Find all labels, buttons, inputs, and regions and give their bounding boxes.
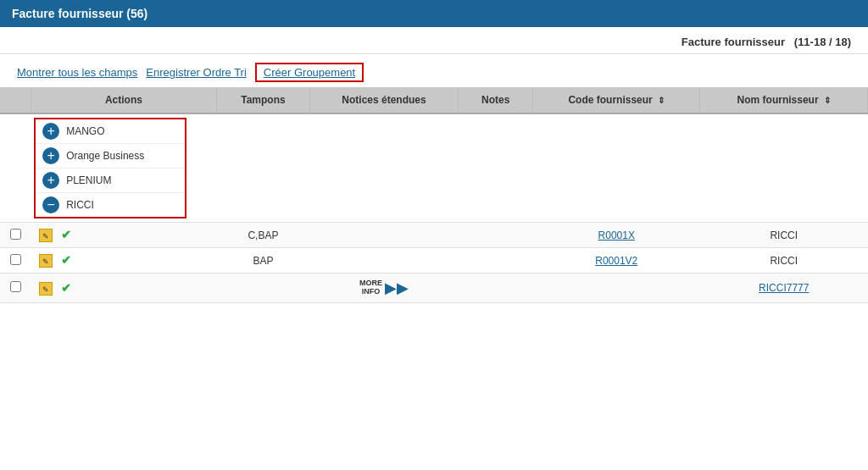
row3-check-icon: ✔	[61, 281, 71, 295]
row2-checkbox[interactable]	[10, 254, 21, 265]
group-label-mango: MANGO	[66, 125, 104, 137]
row1-code-link[interactable]: R0001X	[598, 229, 635, 241]
row1-checkbox[interactable]	[10, 229, 21, 240]
row3-tampons	[217, 274, 310, 303]
row1-actions-cell: ✎ ✔	[31, 223, 216, 248]
row1-notices	[309, 223, 459, 248]
group-container-row: + MANGO + Orange Business + PLENIUM − RI…	[0, 113, 868, 223]
col-code-header[interactable]: Code fournisseur ⇕	[533, 87, 700, 113]
row3-actions-cell: ✎ ✔	[31, 274, 216, 303]
row3-checkbox[interactable]	[10, 281, 21, 292]
table-row: ✎ ✔ BAP R0001V2 RICCI	[0, 248, 868, 274]
more-info-container: MOREINFO ▶▶	[318, 279, 450, 297]
col-nom-header[interactable]: Nom fournisseur ⇕	[700, 87, 868, 113]
more-info-arrow-icon[interactable]: ▶▶	[385, 279, 409, 297]
top-area: Facture fournisseur (11-18 / 18)	[0, 27, 868, 54]
pagination-label: Facture fournisseur	[682, 36, 785, 48]
more-info-text: MOREINFO	[359, 279, 382, 296]
table-header-row: Actions Tampons Notices étendues Notes C…	[0, 87, 868, 113]
row2-checkbox-cell	[0, 248, 31, 274]
row2-actions-cell: ✎ ✔	[31, 248, 216, 274]
sort-code-icon: ⇕	[658, 96, 665, 105]
col-actions-header: Actions	[31, 87, 216, 113]
row1-edit-icon[interactable]: ✎	[39, 229, 53, 242]
header-title: Facture fournisseur (56)	[12, 7, 147, 20]
row3-checkbox-cell	[0, 274, 31, 303]
collapse-ricci-button[interactable]: −	[42, 196, 59, 213]
row3-nom-link[interactable]: RICCI7777	[759, 282, 809, 294]
expand-mango-button[interactable]: +	[42, 123, 59, 140]
row3-code	[533, 274, 700, 303]
group-label-plenium: PLENIUM	[66, 174, 111, 186]
expand-plenium-button[interactable]: +	[42, 172, 59, 189]
row2-code-link[interactable]: R0001V2	[595, 255, 637, 267]
group-item-orange: + Orange Business	[36, 144, 185, 169]
row2-edit-icon[interactable]: ✎	[39, 254, 53, 268]
table-row: ✎ ✔ C,BAP R0001X RICCI	[0, 223, 868, 248]
expand-orange-button[interactable]: +	[42, 147, 59, 164]
group-container: + MANGO + Orange Business + PLENIUM − RI…	[34, 118, 186, 218]
row3-notices: MOREINFO ▶▶	[309, 274, 459, 303]
row1-checkbox-cell	[0, 223, 31, 248]
row2-notes	[459, 248, 533, 274]
col-notes-header: Notes	[459, 87, 533, 113]
row2-check-icon: ✔	[61, 253, 71, 267]
group-label-ricci: RICCI	[66, 199, 94, 211]
create-groupement-button[interactable]: Créer Groupement	[255, 63, 364, 82]
row1-check-icon: ✔	[61, 228, 71, 241]
pagination-range: (11-18 / 18)	[794, 36, 851, 48]
row3-nom: RICCI7777	[700, 274, 868, 303]
table-row: ✎ ✔ MOREINFO ▶▶ RICCI7777	[0, 274, 868, 303]
main-table: Actions Tampons Notices étendues Notes C…	[0, 87, 868, 303]
row3-notes	[459, 274, 533, 303]
row2-nom: RICCI	[700, 248, 868, 274]
show-fields-link[interactable]: Montrer tous les champs	[17, 66, 137, 79]
row2-notices	[309, 248, 459, 274]
header-bar: Facture fournisseur (56)	[0, 0, 868, 27]
row2-code: R0001V2	[533, 248, 700, 274]
col-checkbox	[0, 87, 31, 113]
group-label-orange: Orange Business	[66, 150, 144, 162]
save-order-link[interactable]: Enregistrer Ordre Tri	[146, 66, 246, 79]
group-item-ricci: − RICCI	[36, 193, 185, 217]
row1-tampons: C,BAP	[217, 223, 310, 248]
row3-edit-icon[interactable]: ✎	[39, 282, 53, 296]
col-tampons-header: Tampons	[217, 87, 310, 113]
sort-nom-icon: ⇕	[824, 96, 831, 105]
row1-nom: RICCI	[700, 223, 868, 248]
row2-tampons: BAP	[217, 248, 310, 274]
group-item-plenium: + PLENIUM	[36, 169, 185, 193]
group-item-mango: + MANGO	[36, 119, 185, 144]
row1-notes	[459, 223, 533, 248]
row1-code: R0001X	[533, 223, 700, 248]
col-notices-header: Notices étendues	[309, 87, 459, 113]
actions-bar: Montrer tous les champs Enregistrer Ordr…	[0, 54, 868, 87]
